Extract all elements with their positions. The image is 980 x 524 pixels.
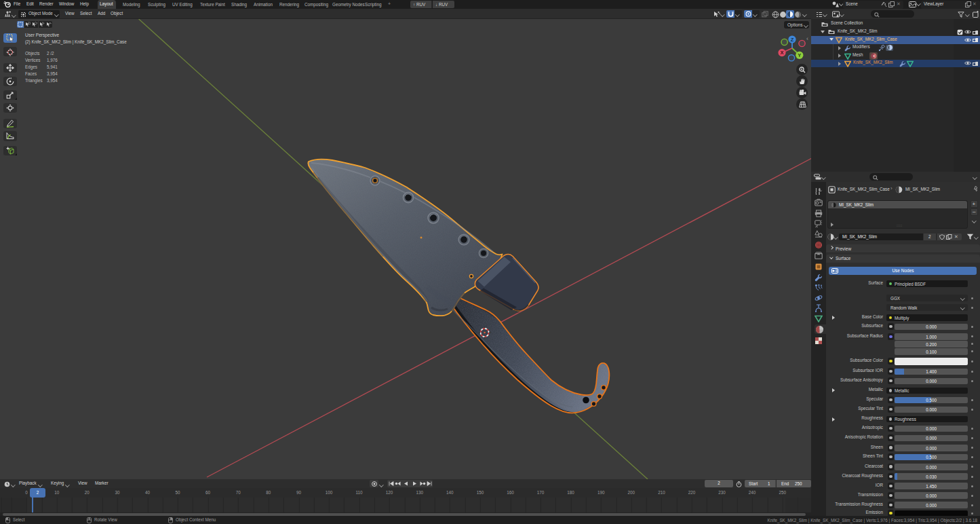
svg-text:X: X bbox=[780, 50, 783, 56]
svg-text:Y: Y bbox=[798, 52, 801, 58]
svg-text:Z: Z bbox=[791, 37, 794, 43]
